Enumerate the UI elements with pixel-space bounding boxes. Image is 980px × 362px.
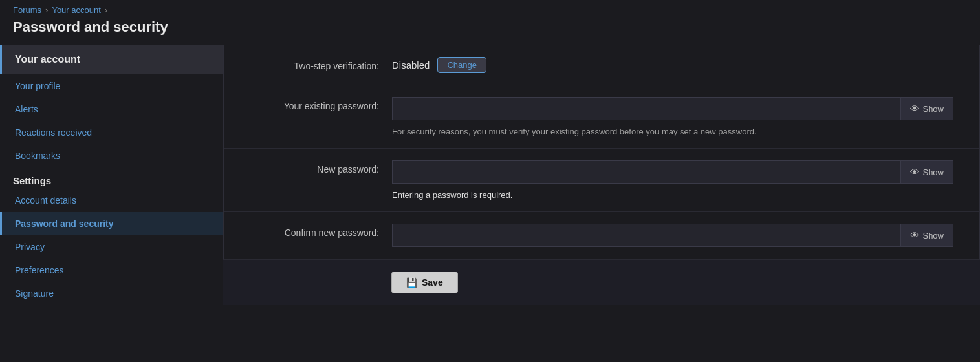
breadcrumb: Forums › Your account › — [13, 5, 967, 15]
two-step-change-button[interactable]: Change — [437, 57, 486, 73]
existing-password-show-label: Show — [922, 104, 944, 114]
new-password-value: 👁 Show Entering a password is required. — [392, 160, 953, 200]
save-button-label: Save — [422, 277, 443, 288]
sidebar-settings-label: Settings — [0, 167, 223, 189]
new-password-show-label: Show — [922, 167, 944, 177]
sidebar-item-bookmarks[interactable]: Bookmarks — [0, 144, 223, 167]
existing-password-row: Your existing password: 👁 Show For secur… — [224, 85, 979, 149]
save-button[interactable]: 💾 Save — [391, 272, 458, 293]
sidebar-item-privacy[interactable]: Privacy — [0, 235, 223, 259]
eye-icon-existing: 👁 — [910, 103, 919, 114]
page-title: Password and security — [13, 19, 967, 36]
existing-password-label: Your existing password: — [250, 97, 392, 111]
confirm-password-show-button[interactable]: 👁 Show — [900, 224, 953, 247]
sidebar-item-account-details[interactable]: Account details — [0, 189, 223, 212]
existing-password-show-button[interactable]: 👁 Show — [900, 97, 953, 120]
confirm-password-show-label: Show — [922, 231, 944, 240]
existing-password-hint: For security reasons, you must verify yo… — [392, 127, 953, 136]
existing-password-value: 👁 Show For security reasons, you must ve… — [392, 97, 953, 136]
sidebar-item-password-and-security[interactable]: Password and security — [0, 212, 223, 235]
content-area: Two-step verification: Disabled Change Y… — [223, 45, 980, 305]
new-password-input[interactable] — [392, 160, 900, 184]
breadcrumb-forums[interactable]: Forums — [13, 5, 41, 15]
sidebar-your-account-header[interactable]: Your account — [0, 45, 223, 74]
eye-icon-new: 👁 — [910, 167, 919, 177]
confirm-password-label: Confirm new password: — [250, 224, 392, 238]
two-step-status: Disabled — [392, 59, 430, 70]
two-step-value: Disabled Change — [392, 57, 953, 73]
sidebar-item-signature[interactable]: Signature — [0, 282, 223, 305]
two-step-row: Two-step verification: Disabled Change — [224, 45, 979, 85]
floppy-icon: 💾 — [406, 277, 417, 288]
save-row: 💾 Save — [223, 259, 980, 305]
sidebar: Your account Your profile Alerts Reactio… — [0, 45, 223, 305]
confirm-password-value: 👁 Show — [392, 224, 953, 247]
breadcrumb-sep1: › — [45, 5, 48, 15]
existing-password-input[interactable] — [392, 97, 900, 120]
form-section: Two-step verification: Disabled Change Y… — [223, 45, 980, 259]
sidebar-item-reactions-received[interactable]: Reactions received — [0, 121, 223, 144]
sidebar-item-preferences[interactable]: Preferences — [0, 259, 223, 282]
new-password-row: New password: 👁 Show Entering a password… — [224, 149, 979, 212]
new-password-label: New password: — [250, 160, 392, 175]
sidebar-item-your-profile[interactable]: Your profile — [0, 74, 223, 98]
breadcrumb-sep2: › — [105, 5, 107, 15]
new-password-show-button[interactable]: 👁 Show — [900, 160, 953, 184]
sidebar-item-alerts[interactable]: Alerts — [0, 98, 223, 121]
confirm-password-row: Confirm new password: 👁 Show — [224, 212, 979, 259]
eye-icon-confirm: 👁 — [910, 230, 919, 240]
confirm-password-input[interactable] — [392, 224, 900, 247]
breadcrumb-your-account[interactable]: Your account — [52, 5, 100, 15]
new-password-error: Entering a password is required. — [392, 190, 953, 200]
save-area: 💾 Save — [391, 272, 458, 293]
two-step-label: Two-step verification: — [250, 57, 392, 71]
